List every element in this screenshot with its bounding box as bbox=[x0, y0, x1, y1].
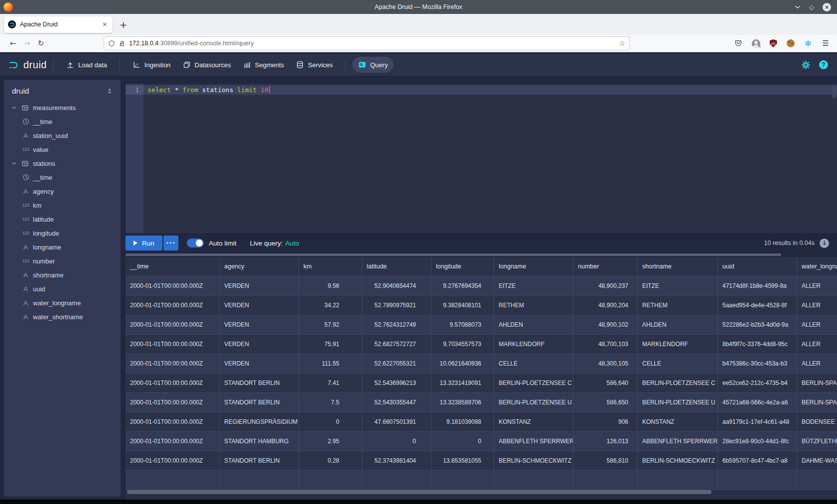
sidebar-column-longname[interactable]: Alongname bbox=[4, 240, 121, 254]
query-text[interactable]: select * from stations limit 10 bbox=[147, 85, 270, 95]
window-maximize-icon[interactable]: ◇ bbox=[809, 4, 814, 10]
more-options-button[interactable]: ••• bbox=[163, 236, 178, 251]
tab-apache-druid[interactable]: Apache Druid × bbox=[4, 16, 113, 33]
url-text[interactable]: 172.18.0.4:30899/unified-console.html#qu… bbox=[129, 40, 615, 47]
table-cell[interactable]: b475386c-30cc-453a-b3 bbox=[718, 354, 797, 374]
table-cell[interactable]: RETHEM bbox=[494, 296, 573, 315]
nav-item-ingestion[interactable]: Ingestion bbox=[127, 57, 177, 73]
table-cell[interactable]: ee52ce62-212c-4735-b4 bbox=[718, 374, 797, 393]
table-cell[interactable]: 2000-01-01T00:00:00.000Z bbox=[126, 451, 220, 471]
sidebar-column-latitude[interactable]: 123latitude bbox=[4, 212, 121, 226]
table-cell[interactable]: 2000-01-01T00:00:00.000Z bbox=[126, 296, 220, 315]
table-cell[interactable]: VERDEN bbox=[220, 335, 299, 354]
double-caret-sort-icon[interactable] bbox=[107, 88, 113, 95]
url-bar[interactable]: 172.18.0.4:30899/unified-console.html#qu… bbox=[104, 36, 630, 50]
table-cell[interactable]: 126,013 bbox=[573, 432, 638, 451]
table-cell[interactable]: DAHME-WASSERSTRAS bbox=[797, 451, 837, 471]
table-cell[interactable]: 6b595707-8c47-4bc7-a8 bbox=[718, 451, 797, 471]
column-header-uuid[interactable]: uuid bbox=[718, 257, 797, 276]
download-icon[interactable]: ↓ bbox=[820, 239, 829, 248]
table-cell[interactable]: 9.3828408101 bbox=[431, 296, 494, 315]
horizontal-scrollbar[interactable] bbox=[127, 490, 711, 494]
table-cell[interactable]: RETHEM bbox=[638, 296, 718, 315]
column-header-km[interactable]: km bbox=[299, 257, 362, 276]
sidebar-column-value[interactable]: 123value bbox=[4, 142, 121, 156]
table-cell[interactable]: 34.22 bbox=[299, 296, 362, 315]
nav-item-datasources[interactable]: Datasources bbox=[177, 57, 237, 73]
table-cell[interactable]: 9.56 bbox=[299, 276, 362, 296]
table-cell[interactable]: BERLIN-PLOETZENSEE C bbox=[494, 374, 573, 393]
shield-icon[interactable] bbox=[108, 40, 115, 47]
table-cell[interactable]: 52.9040654474 bbox=[362, 276, 431, 296]
table-cell[interactable]: AHLDEN bbox=[638, 315, 718, 335]
table-cell[interactable]: VERDEN bbox=[220, 315, 299, 335]
back-button[interactable]: ← bbox=[6, 39, 20, 48]
table-cell[interactable]: 5aaed954-de4e-4528-8f bbox=[718, 296, 797, 315]
sidebar-table-measurements[interactable]: measurements bbox=[4, 101, 121, 115]
table-cell[interactable]: 13.653581055 bbox=[431, 451, 494, 471]
sidebar-column-__time[interactable]: __time bbox=[4, 115, 121, 128]
sidebar-table-stations[interactable]: stations bbox=[4, 156, 121, 170]
table-cell[interactable]: 0 bbox=[431, 432, 494, 451]
table-cell[interactable]: 48,900,237 bbox=[573, 276, 638, 296]
help-icon[interactable]: ? bbox=[819, 60, 828, 69]
table-cell[interactable]: BERLIN-SPANDAUER-S bbox=[797, 393, 837, 412]
table-cell[interactable]: REGIERUNGSPRÄSIDIUM bbox=[220, 412, 299, 432]
nav-item-query[interactable]: Query bbox=[352, 57, 394, 73]
nav-item-load-data[interactable]: Load data bbox=[60, 57, 113, 73]
table-cell[interactable]: 48,900,102 bbox=[573, 315, 638, 335]
column-header-longitude[interactable]: longitude bbox=[431, 257, 494, 276]
nav-item-segments[interactable]: Segments bbox=[237, 57, 290, 73]
table-cell[interactable]: BERLIN-SCHMOECKWITZ bbox=[494, 451, 573, 471]
table-cell[interactable]: STANDORT BERLIN bbox=[220, 374, 299, 393]
sidebar-column-shortname[interactable]: Ashortname bbox=[4, 268, 121, 282]
extension-asterisk-icon[interactable]: ✻ bbox=[804, 39, 813, 48]
table-cell[interactable]: 52.3743981404 bbox=[362, 451, 431, 471]
new-tab-button[interactable]: + bbox=[120, 19, 127, 30]
table-cell[interactable]: 75.91 bbox=[299, 335, 362, 354]
insecure-lock-icon[interactable] bbox=[119, 40, 126, 47]
table-cell[interactable]: 52.6227055321 bbox=[362, 354, 431, 374]
table-cell[interactable]: 111.55 bbox=[299, 354, 362, 374]
sidebar-column-longitude[interactable]: 123longitude bbox=[4, 226, 121, 240]
sidebar-column-number[interactable]: 123number bbox=[4, 254, 121, 268]
table-cell[interactable]: 47.6607501391 bbox=[362, 412, 431, 432]
editor-scrollbar[interactable] bbox=[833, 85, 836, 98]
sidebar-column-water_longname[interactable]: Awater_longname bbox=[4, 296, 121, 310]
table-cell[interactable]: KONSTANZ bbox=[494, 412, 573, 432]
table-cell[interactable]: 586,650 bbox=[573, 393, 638, 412]
table-cell[interactable]: VERDEN bbox=[220, 296, 299, 315]
table-cell[interactable]: 13.3231419091 bbox=[431, 374, 494, 393]
table-cell[interactable]: BODENSEE bbox=[797, 412, 837, 432]
table-cell[interactable]: BERLIN-SCHMOECKWITZ bbox=[638, 451, 718, 471]
column-header-agency[interactable]: agency bbox=[220, 257, 299, 276]
table-cell[interactable]: 7.5 bbox=[299, 393, 362, 412]
table-cell[interactable]: MARKLENDORF bbox=[494, 335, 573, 354]
column-header-water_longname[interactable]: water_longname bbox=[797, 257, 837, 276]
sidebar-column-agency[interactable]: Aagency bbox=[4, 184, 121, 198]
sidebar-column-km[interactable]: 123km bbox=[4, 198, 121, 212]
table-cell[interactable]: 52.5430355447 bbox=[362, 393, 431, 412]
table-cell[interactable]: STANDORT BERLIN bbox=[220, 393, 299, 412]
table-cell[interactable]: 52.7890975921 bbox=[362, 296, 431, 315]
table-cell[interactable]: 0.28 bbox=[299, 451, 362, 471]
table-cell[interactable]: 2000-01-01T00:00:00.000Z bbox=[126, 354, 220, 374]
table-cell[interactable]: STANDORT BERLIN bbox=[220, 451, 299, 471]
table-cell[interactable]: VERDEN bbox=[220, 276, 299, 296]
sql-editor[interactable]: 1 select * from stations limit 10 bbox=[126, 84, 837, 233]
table-cell[interactable]: aa9179c1-17ef-4c61-a48 bbox=[718, 412, 797, 432]
table-cell[interactable]: 48,300,105 bbox=[573, 354, 638, 374]
table-cell[interactable]: 586,640 bbox=[573, 374, 638, 393]
chevron-down-icon[interactable] bbox=[11, 160, 18, 166]
table-cell[interactable]: 10.0621640936 bbox=[431, 354, 494, 374]
table-cell[interactable]: STANDORT HAMBURG bbox=[220, 432, 299, 451]
sidebar-column-__time[interactable]: __time bbox=[4, 170, 121, 184]
druid-logo[interactable]: druid bbox=[7, 58, 47, 71]
table-cell[interactable]: 28ec91e8-90c0-44d1-8fc bbox=[718, 432, 797, 451]
table-cell[interactable]: AHLDEN bbox=[494, 315, 573, 335]
table-cell[interactable]: ALLER bbox=[797, 296, 837, 315]
table-cell[interactable]: 586,810 bbox=[573, 451, 638, 471]
table-cell[interactable]: MARKLENDORF bbox=[638, 335, 718, 354]
table-cell[interactable]: ABBENFLETH SPERRWERK bbox=[638, 432, 718, 451]
auto-limit-toggle[interactable] bbox=[187, 239, 204, 248]
